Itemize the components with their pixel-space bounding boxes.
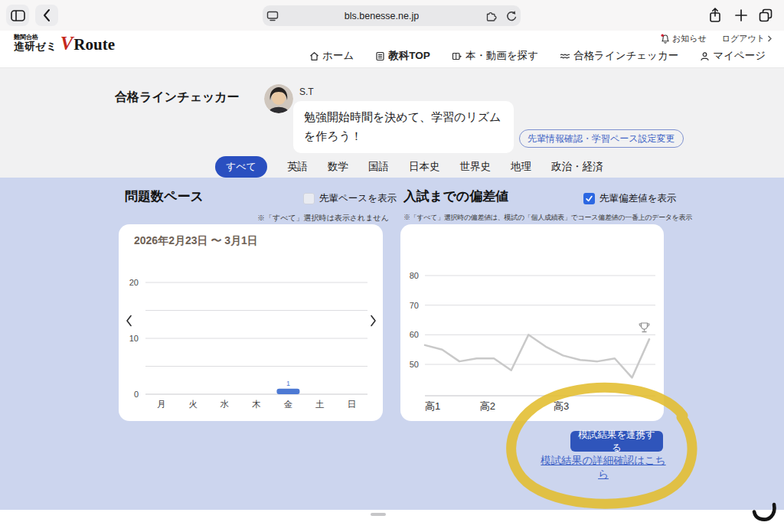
drag-handle[interactable] [371,513,386,516]
svg-text:高2: 高2 [480,400,495,412]
prev-week-button[interactable] [123,313,134,328]
deviation-checkbox[interactable] [583,193,595,204]
tab-subject-all[interactable]: すべて [215,156,267,178]
reload-icon[interactable] [501,10,521,22]
logo-brand: 進研ゼミ [14,41,57,53]
deviation-checkbox-row: 先輩偏差値を表示 [583,192,676,205]
logout-label: ログアウト [722,33,765,44]
pace-checkbox-row: 先輩ペースを表示 [303,192,397,205]
logout-link[interactable]: ログアウト [722,33,772,44]
logo-route: Route [74,37,115,53]
svg-text:水: 水 [220,400,230,409]
pace-checkbox-label: 先輩ペースを表示 [319,192,397,205]
svg-text:60: 60 [410,330,419,339]
back-button[interactable] [35,5,58,26]
nav-label: 合格ラインチェッカー [573,49,678,63]
pace-section-title: 問題数ペース [125,188,204,205]
tab-subject-politics[interactable]: 政治・経済 [551,160,603,174]
svg-text:70: 70 [410,301,419,310]
svg-text:0: 0 [134,390,139,399]
pace-checkbox[interactable] [303,193,315,204]
person-icon [700,51,710,61]
new-tab-button[interactable] [732,6,750,24]
svg-text:日: 日 [348,400,357,409]
svg-text:木: 木 [251,400,261,409]
nav-item-books-videos[interactable]: 本・動画を探す [452,49,538,63]
notice-link[interactable]: お知らせ [661,33,707,44]
house-icon [309,51,319,61]
share-button[interactable] [706,6,724,24]
nav-label: ホーム [322,49,354,63]
senpai-name: S.T [299,86,314,97]
page-icon [263,11,283,21]
book-play-icon [452,51,462,61]
utility-row: お知らせ ログアウト [661,33,772,44]
svg-text:火: 火 [188,400,198,409]
nav-label: 教科TOP [388,49,430,63]
bell-icon [661,34,670,44]
svg-text:80: 80 [410,271,419,280]
share-icon [708,7,722,24]
deviation-note: ※「すべて」選択時の偏差値は、模試の「個人成績表」でコース偏差値の一番上のデータ… [403,213,692,223]
wave-chart-icon [560,51,570,60]
svg-text:月: 月 [157,400,166,409]
site-logo[interactable]: 難関合格 進研ゼミ V Route [14,34,115,53]
svg-text:10: 10 [129,334,139,343]
main-nav: ホーム 教科TOP 本・動画を探す 合格ラインチェッカー [309,49,766,63]
deviation-section-title: 入試までの偏差値 [403,188,508,205]
settings-link[interactable]: 先輩情報確認・学習ペース設定変更 [519,129,684,148]
nav-item-mypage[interactable]: マイページ [700,49,766,63]
sidebar-toggle-button[interactable] [6,5,29,26]
chevron-right-icon [767,35,772,42]
svg-text:高3: 高3 [554,400,569,412]
tab-subject-english[interactable]: 英語 [287,160,308,174]
nav-item-checker[interactable]: 合格ラインチェッカー [560,49,678,63]
url-bar[interactable]: bls.benesse.ne.jp [263,5,521,26]
browser-toolbar: bls.benesse.ne.jp [0,0,784,31]
pace-note: ※「すべて」選択時は表示されません [257,213,389,224]
results-detail-link[interactable]: 模試結果の詳細確認はこちら [541,454,666,481]
tab-overview-button[interactable] [756,6,775,24]
nav-item-kyoka-top[interactable]: 教科TOP [375,49,430,63]
deviation-line-chart: 50607080高1高2高3 [400,224,664,421]
svg-text:高1: 高1 [425,400,440,412]
subject-tabs: すべて 英語 数学 国語 日本史 世界史 地理 政治・経済 [215,156,603,178]
back-chevron-icon [42,8,51,22]
tab-subject-geography[interactable]: 地理 [511,160,531,174]
connect-results-button[interactable]: 模試結果を連携する [570,431,663,452]
tabs-icon [758,8,773,23]
nav-item-home[interactable]: ホーム [309,49,354,63]
nav-label: 本・動画を探す [466,49,538,63]
trophy-icon [638,321,651,335]
tab-subject-whistory[interactable]: 世界史 [459,160,491,174]
message-bubble: 勉強開始時間を決めて、学習のリズムを作ろう！ [293,101,514,153]
svg-text:土: 土 [315,400,325,409]
tab-subject-japanese[interactable]: 国語 [368,160,389,174]
page-title: 合格ラインチェッカー [115,90,240,106]
logo-v-mark: V [60,35,74,53]
site-header: 難関合格 進研ゼミ V Route お知らせ ログアウト [0,31,784,67]
tab-subject-math[interactable]: 数学 [328,160,348,174]
document-icon [375,51,385,61]
svg-text:1: 1 [286,380,290,387]
main-content: 問題数ペース 先輩ペースを表示 ※「すべて」選択時は表示されません 入試までの偏… [0,178,784,510]
sidebar-icon [11,9,25,22]
svg-text:金: 金 [284,400,293,409]
pace-chart-card: 2026年2月23日 〜 3月1日 01020月火水木金1土日 [119,224,383,421]
extensions-icon[interactable] [481,10,501,21]
bottom-sheet [0,510,784,532]
screen: bls.benesse.ne.jp 難関 [0,0,784,532]
pace-bar-chart: 01020月火水木金1土日 [119,224,383,421]
svg-text:50: 50 [410,360,419,369]
svg-text:20: 20 [129,278,139,287]
deviation-chart-card: 50607080高1高2高3 [400,224,664,421]
tab-subject-jhistory[interactable]: 日本史 [409,160,440,174]
profile-band: 合格ラインチェッカー S.T 勉強開始時間を決めて、学習のリズムを作ろう！ 先輩… [0,67,784,178]
url-text: bls.benesse.ne.jp [283,11,481,21]
plus-icon [734,8,748,22]
nav-label: マイページ [713,49,766,63]
notice-label: お知らせ [672,33,707,44]
avatar [264,84,293,113]
deviation-checkbox-label: 先輩偏差値を表示 [599,192,676,205]
next-week-button[interactable] [368,313,378,328]
